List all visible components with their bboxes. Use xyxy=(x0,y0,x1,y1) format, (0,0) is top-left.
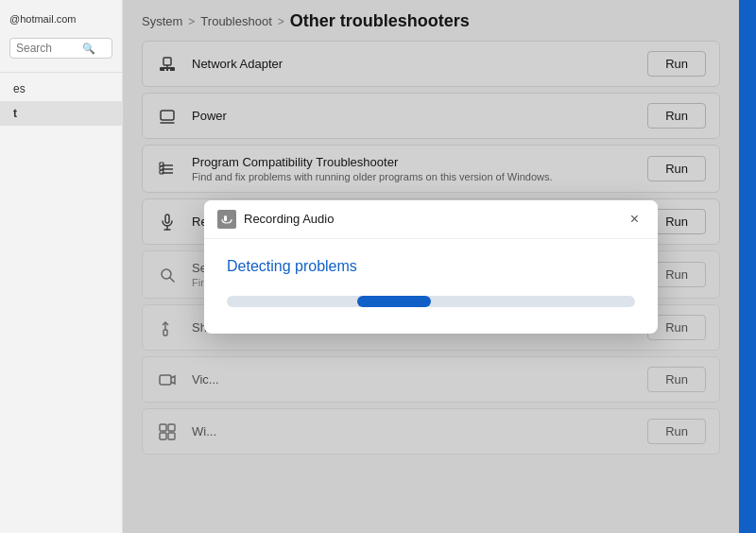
search-input[interactable] xyxy=(16,42,82,55)
modal-close-button[interactable]: × xyxy=(625,210,644,229)
modal-title-text: Recording Audio xyxy=(244,212,334,226)
sidebar-divider xyxy=(0,72,122,73)
recording-audio-modal: Recording Audio × Detecting problems xyxy=(204,200,658,334)
main-content: System > Troubleshoot > Other troublesho… xyxy=(123,0,739,533)
sidebar-search-box[interactable]: 🔍 xyxy=(9,38,112,59)
sidebar: @hotmail.com 🔍 es t xyxy=(0,0,123,533)
progress-bar-fill xyxy=(357,296,431,307)
sidebar-item-es[interactable]: es xyxy=(0,77,122,101)
modal-overlay: Recording Audio × Detecting problems xyxy=(123,0,739,533)
progress-bar-background xyxy=(227,296,635,307)
modal-body: Detecting problems xyxy=(204,239,658,334)
svg-rect-26 xyxy=(224,215,227,221)
modal-title-row: Recording Audio xyxy=(217,210,334,229)
modal-app-icon xyxy=(217,210,236,229)
modal-detecting-text: Detecting problems xyxy=(227,258,635,275)
search-icon: 🔍 xyxy=(82,43,95,55)
sidebar-item-t[interactable]: t xyxy=(0,101,122,126)
modal-titlebar: Recording Audio × xyxy=(204,200,658,239)
right-accent-bar xyxy=(739,0,756,533)
sidebar-email: @hotmail.com xyxy=(0,9,122,34)
